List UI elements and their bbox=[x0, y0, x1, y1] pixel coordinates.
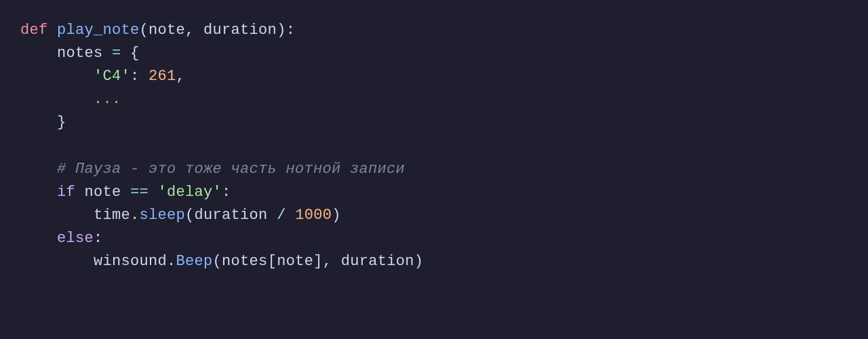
var-note: note bbox=[85, 184, 121, 201]
colon: : bbox=[130, 68, 149, 85]
number-1000: 1000 bbox=[295, 207, 332, 224]
var-notes: notes bbox=[57, 45, 103, 62]
fn-beep: Beep bbox=[176, 253, 213, 270]
comma: , bbox=[176, 68, 186, 85]
fn-sleep: sleep bbox=[140, 207, 186, 224]
keyword-def: def bbox=[20, 22, 48, 39]
keyword-if: if bbox=[57, 184, 75, 201]
paren-open: ( bbox=[140, 22, 149, 39]
comment: # Пауза - это тоже часть нотной записи bbox=[57, 161, 405, 178]
param-note: note bbox=[149, 22, 185, 39]
ellipsis: ... bbox=[94, 91, 121, 108]
indent bbox=[20, 161, 57, 178]
space bbox=[75, 184, 85, 201]
dict-value: 261 bbox=[149, 68, 176, 85]
indent bbox=[20, 184, 57, 201]
code-content: def play_note(note, duration): notes = {… bbox=[20, 19, 848, 273]
paren-close: ) bbox=[277, 22, 286, 39]
module-winsound: winsound bbox=[94, 253, 167, 270]
indent bbox=[20, 253, 94, 270]
dot: . bbox=[167, 253, 176, 270]
indent bbox=[20, 45, 57, 62]
operator-div: / bbox=[268, 207, 296, 224]
indent bbox=[20, 207, 94, 224]
comma: , bbox=[323, 253, 341, 270]
operator-eq: = bbox=[103, 45, 131, 62]
function-name: play_note bbox=[57, 22, 140, 39]
paren-open: ( bbox=[185, 207, 195, 224]
module-time: time bbox=[94, 207, 130, 224]
colon: : bbox=[222, 184, 231, 201]
indent bbox=[20, 91, 94, 108]
key-note: note bbox=[277, 253, 313, 270]
indent bbox=[20, 68, 94, 85]
arg-duration: duration bbox=[341, 253, 414, 270]
arg-duration: duration bbox=[195, 207, 268, 224]
brace-open: { bbox=[130, 45, 140, 62]
dot: . bbox=[130, 207, 140, 224]
bracket-open: [ bbox=[268, 253, 277, 270]
bracket-close: ] bbox=[313, 253, 323, 270]
var-notes: notes bbox=[222, 253, 268, 270]
param-duration: duration bbox=[203, 22, 277, 39]
colon: : bbox=[94, 230, 103, 247]
indent bbox=[20, 114, 57, 131]
colon: : bbox=[286, 22, 296, 39]
paren-open: ( bbox=[213, 253, 222, 270]
brace-close: } bbox=[57, 114, 66, 131]
indent bbox=[20, 230, 57, 247]
dict-key: 'C4' bbox=[94, 68, 130, 85]
code-block: def play_note(note, duration): notes = {… bbox=[0, 0, 868, 339]
operator-eq: == bbox=[121, 184, 158, 201]
string-delay: 'delay' bbox=[158, 184, 222, 201]
comma: , bbox=[185, 22, 203, 39]
keyword-else: else bbox=[57, 230, 94, 247]
paren-close: ) bbox=[414, 253, 424, 270]
paren-close: ) bbox=[332, 207, 341, 224]
